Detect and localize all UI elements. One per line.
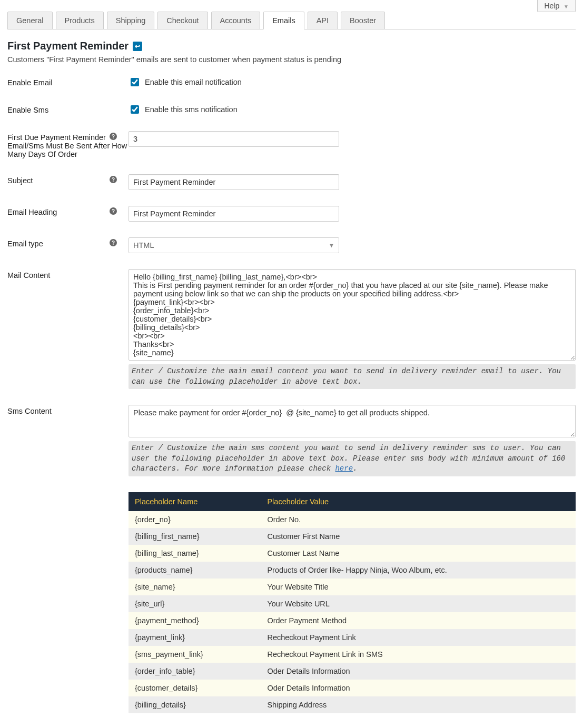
placeholder-value-cell: Recheckout Payment Link: [261, 629, 576, 646]
placeholder-name-cell: {site_name}: [129, 579, 261, 595]
mailcontent-label: Mail Content: [7, 269, 129, 280]
emailtype-label: Email type ?: [7, 237, 129, 248]
tab-api[interactable]: API: [308, 12, 338, 29]
tab-shipping[interactable]: Shipping: [107, 12, 154, 29]
emailtype-value: HTML: [133, 241, 154, 250]
placeholder-name-cell: {sms_payment_link}: [129, 646, 261, 663]
help-dropdown[interactable]: Help ▼: [537, 0, 576, 12]
placeholder-value-cell: Oder Details Information: [261, 663, 576, 680]
placeholder-name-cell: {order_no}: [129, 511, 261, 528]
smscontent-textarea[interactable]: [129, 405, 576, 437]
heading-label: Email Heading ?: [7, 206, 129, 216]
placeholder-name-cell: {products_name}: [129, 562, 261, 579]
placeholder-value-cell: Order No.: [261, 511, 576, 528]
help-tip-icon[interactable]: ?: [110, 207, 117, 215]
enable-email-checkbox-wrap[interactable]: Enable this email notification: [129, 76, 576, 88]
placeholder-name-cell: {customer_details}: [129, 680, 261, 696]
table-header-name: Placeholder Name: [129, 492, 261, 511]
placeholder-name-cell: {order_info_table}: [129, 663, 261, 680]
tab-emails[interactable]: Emails: [263, 12, 304, 29]
subject-input[interactable]: [129, 174, 339, 190]
help-tip-icon[interactable]: ?: [110, 133, 117, 140]
page-description: Customers "First Payment Reminder" email…: [7, 55, 576, 64]
table-row: {site_name}Your Website Title: [129, 579, 576, 595]
days-label: First Due Payment Reminder Email/Sms Mus…: [7, 131, 129, 158]
page-title-text: First Payment Reminder: [7, 40, 129, 52]
table-row: {billing_details}Shipping Address: [129, 696, 576, 713]
placeholder-value-cell: Customer First Name: [261, 528, 576, 545]
tab-booster[interactable]: Booster: [341, 12, 385, 29]
chevron-down-icon: ▼: [329, 242, 334, 248]
smscontent-hint: Enter / Customize the main sms content y…: [129, 441, 576, 476]
table-row: {billing_last_name}Customer Last Name: [129, 545, 576, 562]
placeholder-value-cell: Products of Order like- Happy Ninja, Woo…: [261, 562, 576, 579]
table-row: {payment_link}Recheckout Payment Link: [129, 629, 576, 646]
enable-sms-checkbox-wrap[interactable]: Enable this sms notification: [129, 104, 576, 115]
placeholder-value-cell: Order Payment Method: [261, 612, 576, 629]
enable-sms-label: Enable Sms: [7, 104, 129, 114]
help-tip-icon[interactable]: ?: [110, 239, 117, 246]
help-tip-icon[interactable]: ?: [110, 176, 117, 183]
placeholder-name-cell: {payment_method}: [129, 612, 261, 629]
table-row: {payment_method}Order Payment Method: [129, 612, 576, 629]
enable-email-text: Enable this email notification: [145, 78, 242, 86]
placeholder-value-cell: Your Website URL: [261, 595, 576, 612]
back-icon[interactable]: ↩: [133, 42, 142, 51]
placeholder-name-cell: {billing_details}: [129, 696, 261, 713]
tab-products[interactable]: Products: [56, 12, 104, 29]
placeholder-name-cell: {billing_first_name}: [129, 528, 261, 545]
mailcontent-textarea[interactable]: [129, 269, 576, 361]
page-title: First Payment Reminder ↩: [7, 40, 576, 52]
placeholder-value-cell: Recheckout Payment Link in SMS: [261, 646, 576, 663]
heading-input[interactable]: [129, 206, 339, 222]
table-header-value: Placeholder Value: [261, 492, 576, 511]
placeholder-name-cell: {site_url}: [129, 595, 261, 612]
smscontent-label: Sms Content: [7, 405, 129, 415]
chevron-down-icon: ▼: [564, 4, 569, 9]
table-row: {products_name}Products of Order like- H…: [129, 562, 576, 579]
placeholder-value-cell: Shipping Address: [261, 696, 576, 713]
smscontent-hint-link[interactable]: here: [335, 464, 353, 473]
placeholder-name-cell: {payment_link}: [129, 629, 261, 646]
placeholder-value-cell: Customer Last Name: [261, 545, 576, 562]
placeholder-table: Placeholder Name Placeholder Value {orde…: [129, 492, 576, 713]
enable-email-label: Enable Email: [7, 76, 129, 87]
placeholder-value-cell: Your Website Title: [261, 579, 576, 595]
table-row: {site_url}Your Website URL: [129, 595, 576, 612]
table-row: {order_info_table}Oder Details Informati…: [129, 663, 576, 680]
table-row: {customer_details}Oder Details Informati…: [129, 680, 576, 696]
tab-general[interactable]: General: [7, 12, 53, 29]
mailcontent-hint: Enter / Customize the main email content…: [129, 364, 576, 389]
table-row: {order_no}Order No.: [129, 511, 576, 528]
enable-sms-checkbox[interactable]: [131, 105, 139, 114]
settings-tabs: GeneralProductsShippingCheckoutAccountsE…: [7, 12, 576, 29]
tab-checkout[interactable]: Checkout: [157, 12, 207, 29]
tab-accounts[interactable]: Accounts: [211, 12, 261, 29]
help-label: Help: [544, 2, 559, 10]
subject-label: Subject ?: [7, 174, 129, 185]
enable-email-checkbox[interactable]: [131, 78, 139, 86]
placeholder-name-cell: {billing_last_name}: [129, 545, 261, 562]
table-row: {sms_payment_link}Recheckout Payment Lin…: [129, 646, 576, 663]
enable-sms-text: Enable this sms notification: [145, 105, 238, 114]
placeholder-value-cell: Oder Details Information: [261, 680, 576, 696]
emailtype-select[interactable]: HTML ▼: [129, 237, 339, 253]
days-input[interactable]: [129, 131, 339, 147]
table-row: {billing_first_name}Customer First Name: [129, 528, 576, 545]
